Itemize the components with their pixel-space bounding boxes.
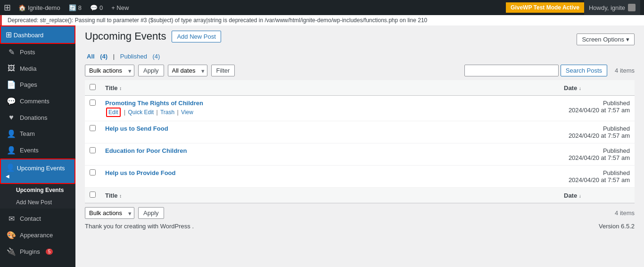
row4-date: 2024/04/20 at 7:57 am — [569, 176, 630, 184]
admin-sidebar: ⊞ Dashboard ✎ Posts 🖼 Media 📄 Pages 💬 Co… — [0, 25, 75, 267]
bulk-apply-button-bottom[interactable]: Apply — [138, 207, 164, 219]
row4-title: Help us to Provide Food — [105, 169, 554, 176]
sidebar-item-events[interactable]: 👤 Events — [0, 142, 75, 159]
table-header-row: Title ↕ Date ↓ — [85, 80, 635, 96]
sidebar-label-pages: Pages — [20, 81, 37, 88]
row1-view-link[interactable]: View — [181, 109, 193, 116]
bulk-actions-select-top[interactable]: Bulk actions — [85, 65, 134, 76]
bulk-actions-select-bottom[interactable]: Bulk actions — [85, 207, 134, 219]
row2-checkbox[interactable] — [90, 125, 96, 131]
sidebar-item-appearance[interactable]: 🎨 Appearance — [0, 227, 75, 243]
select-all-checkbox-bottom[interactable] — [90, 192, 96, 198]
adminbar-site[interactable]: 🏠 Ignite-demo — [15, 0, 64, 15]
sidebar-item-donations[interactable]: ♥ Donations — [0, 109, 75, 125]
search-posts-button[interactable]: Search Posts — [561, 65, 607, 76]
sidebar-label-donations: Donations — [20, 114, 48, 121]
givewp-badge[interactable]: GiveWP Test Mode Active — [506, 2, 584, 13]
sidebar-label-posts: Posts — [20, 49, 35, 56]
sidebar-item-pages[interactable]: 📄 Pages — [0, 76, 75, 93]
table-row: Education for Poor Children Published 20… — [85, 143, 635, 166]
row4-status: Published — [603, 169, 630, 176]
sidebar-item-upcoming-events[interactable]: 👤 Upcoming Events ◀ — [0, 159, 75, 184]
wordpress-link[interactable]: WordPress — [160, 223, 190, 230]
row2-date: 2024/04/20 at 7:57 am — [569, 132, 630, 139]
table-footer-row: Title ↕ Date ↓ — [85, 188, 635, 203]
user-avatar — [628, 4, 636, 11]
row3-date: 2024/04/20 at 7:57 am — [569, 154, 630, 161]
wp-logo[interactable]: ⊞ — [4, 2, 11, 13]
row4-checkbox[interactable] — [90, 169, 96, 175]
dates-filter-wrapper: All dates — [168, 65, 207, 76]
tfoot-date-sort: ↓ — [579, 193, 581, 199]
adminbar-comments[interactable]: 💬 0 — [86, 0, 107, 15]
dashboard-icon: ⊞ — [6, 31, 12, 39]
row3-title-cell: Education for Poor Children — [100, 143, 559, 166]
th-title[interactable]: Title ↕ — [100, 80, 559, 96]
tfoot-date-link[interactable]: Date ↓ — [564, 192, 581, 199]
row3-date-cell: Published 2024/04/20 at 7:57 am — [559, 143, 635, 166]
row2-status: Published — [603, 125, 630, 132]
filter-all[interactable]: All (4) — [85, 53, 111, 60]
comments-count: 0 — [99, 4, 103, 11]
comments-icon: 💬 — [90, 4, 98, 11]
main-content: Upcoming Events Add New Post Screen Opti… — [75, 25, 644, 267]
tfoot-title-link[interactable]: Title ↕ — [105, 192, 122, 199]
search-area: Search Posts — [464, 65, 607, 76]
row2-checkbox-cell — [85, 121, 100, 143]
dates-filter-select[interactable]: All dates — [168, 65, 207, 76]
media-icon: 🖼 — [7, 64, 16, 73]
sidebar-item-posts[interactable]: ✎ Posts — [0, 44, 75, 60]
row4-title-link[interactable]: Help us to Provide Food — [105, 169, 176, 176]
th-date[interactable]: Date ↓ — [559, 80, 635, 96]
sidebar-item-contact[interactable]: ✉ Contact — [0, 210, 75, 227]
table-row: Promoting The Rights of Children Edit | … — [85, 96, 635, 121]
sidebar-item-plugins[interactable]: 🔌 Plugins 5 — [0, 243, 75, 260]
row1-edit-wrapper: Edit — [106, 108, 121, 117]
sidebar-item-media[interactable]: 🖼 Media — [0, 60, 75, 76]
new-label: + New — [111, 4, 129, 11]
row2-title: Help us to Send Food — [105, 125, 554, 132]
posts-table: Title ↕ Date ↓ — [85, 80, 635, 203]
sidebar-label-upcoming-events: Upcoming Events — [17, 165, 65, 172]
row3-title-link[interactable]: Education for Poor Children — [105, 147, 187, 154]
row2-title-cell: Help us to Send Food Edit | Quick Edit |… — [100, 121, 559, 143]
sidebar-label-dashboard: Dashboard — [14, 32, 44, 39]
row1-checkbox[interactable] — [90, 100, 96, 106]
items-count-top: 4 items — [615, 67, 635, 74]
sidebar-item-team[interactable]: 👤 Team — [0, 125, 75, 142]
th-title-link[interactable]: Title ↕ — [105, 84, 122, 92]
th-date-link[interactable]: Date ↓ — [564, 84, 581, 92]
howdy-menu[interactable]: Howdy, ignite — [584, 0, 640, 15]
page-title: Upcoming Events — [85, 30, 166, 42]
row1-edit-link[interactable]: Edit — [108, 109, 118, 116]
submenu-upcoming-events-list[interactable]: Upcoming Events — [0, 184, 75, 196]
filter-button[interactable]: Filter — [211, 65, 235, 76]
row1-title-link[interactable]: Promoting The Rights of Children — [105, 100, 203, 107]
submenu-add-new-post[interactable]: Add New Post — [0, 196, 75, 209]
row2-title-link[interactable]: Help us to Send Food — [105, 125, 168, 132]
bulk-apply-button-top[interactable]: Apply — [138, 65, 164, 76]
row1-trash-link[interactable]: Trash — [160, 109, 174, 116]
row1-quickedit-link[interactable]: Quick Edit — [128, 109, 154, 116]
adminbar-updates[interactable]: 🔄 8 — [65, 0, 85, 15]
row3-checkbox-cell — [85, 143, 100, 166]
row1-status: Published — [603, 100, 630, 107]
events-icon: 👤 — [7, 146, 16, 155]
add-new-post-button[interactable]: Add New Post — [172, 31, 221, 42]
screen-options-button[interactable]: Screen Options ▾ — [577, 33, 635, 45]
plugins-icon: 🔌 — [7, 247, 16, 256]
search-input[interactable] — [464, 65, 559, 76]
row3-checkbox[interactable] — [90, 147, 96, 153]
sidebar-item-comments[interactable]: 💬 Comments — [0, 93, 75, 109]
table-body: Promoting The Rights of Children Edit | … — [85, 96, 635, 188]
adminbar-new[interactable]: + New — [107, 0, 132, 15]
posts-icon: ✎ — [7, 48, 16, 57]
row1-date-cell: Published 2024/04/20 at 7:57 am — [559, 96, 635, 121]
sidebar-label-team: Team — [20, 130, 35, 137]
sidebar-label-contact: Contact — [20, 215, 41, 222]
sidebar-item-dashboard[interactable]: ⊞ Dashboard — [0, 25, 75, 44]
select-all-checkbox-top[interactable] — [90, 84, 96, 90]
tfoot-title-sort: ↕ — [119, 193, 122, 199]
th-checkbox — [85, 80, 100, 96]
filter-published[interactable]: Published (4) — [118, 53, 162, 60]
